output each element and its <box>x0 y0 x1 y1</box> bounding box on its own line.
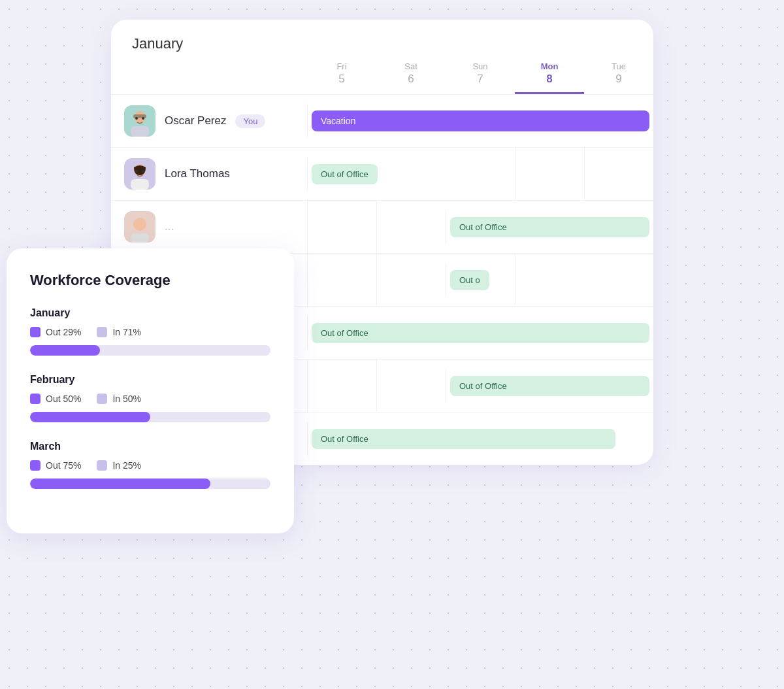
svg-point-11 <box>142 170 144 173</box>
day-num-fri: 5 <box>307 73 376 86</box>
person4-out-event-cell[interactable]: Out o <box>446 263 515 297</box>
day-num-mon: 8 <box>515 73 584 86</box>
last-out-event-cell[interactable]: Out of Office <box>307 422 653 456</box>
browns-out-event-bar: Out of Office <box>450 376 649 396</box>
coverage-title: Workforce Coverage <box>30 272 270 289</box>
progress-bg-february <box>30 412 270 422</box>
out-label-march: Out 75% <box>46 460 81 471</box>
dot-in-february <box>97 394 107 404</box>
browns-out-event-cell[interactable]: Out of Office <box>446 369 653 403</box>
person4-empty-cell-1 <box>307 254 376 306</box>
lora-out-event-bar: Out of Office <box>312 164 378 184</box>
browns-empty-cell-1 <box>307 360 376 412</box>
day-col-sun: Sun 7 <box>446 52 515 94</box>
stat-in-february: In 50% <box>97 394 141 404</box>
stat-in-january: In 71% <box>97 327 141 337</box>
person4-out-label: Out o <box>459 275 480 285</box>
svg-point-13 <box>133 218 146 231</box>
calendar-row-person3: ... Out of Office <box>111 201 653 254</box>
stat-out-january: Out 29% <box>30 327 81 337</box>
vacation-label: Vacation <box>321 116 355 126</box>
person-name-person3: ... <box>165 220 174 233</box>
person4-out-event-bar: Out o <box>450 270 489 290</box>
person3-out-label: Out of Office <box>459 222 507 232</box>
lora-empty-cell-4 <box>515 148 584 200</box>
day-num-tue: 9 <box>584 73 653 86</box>
in-label-january: In 71% <box>112 327 141 337</box>
month-section-march: March Out 75% In 25% <box>30 441 270 489</box>
lora-empty-cell-5 <box>584 148 653 200</box>
month-label-january: January <box>30 307 270 319</box>
stats-row-february: Out 50% In 50% <box>30 394 270 404</box>
person4-empty-cell-2 <box>376 254 446 306</box>
month-label-calendar: January <box>132 35 183 52</box>
vacation-event-bar[interactable]: Vacation <box>312 110 649 131</box>
header-empty-col <box>111 52 307 94</box>
day-col-mon[interactable]: Mon 8 <box>515 52 584 94</box>
progress-fill-february <box>30 412 150 422</box>
person-cell-oscar: Oscar Perez You <box>111 95 307 147</box>
dot-out-january <box>30 327 41 337</box>
person-cell-person3: ... <box>111 201 307 253</box>
you-badge: You <box>235 114 265 128</box>
svg-rect-2 <box>131 126 149 137</box>
person-name-lora: Lora Thomas <box>165 167 230 180</box>
dot-in-march <box>97 460 107 471</box>
day-name-fri: Fri <box>307 61 376 71</box>
avatar-oscar <box>124 105 155 137</box>
month-label-february: February <box>30 374 270 386</box>
browns-empty-cell-2 <box>376 360 446 412</box>
stat-out-march: Out 75% <box>30 460 81 471</box>
day-name-sat: Sat <box>376 61 446 71</box>
stat-in-march: In 25% <box>97 460 141 471</box>
lora-out-event-cell[interactable]: Out of Office <box>307 158 515 191</box>
day-name-mon: Mon <box>515 61 584 71</box>
calendar-month-title: January <box>111 20 653 52</box>
last-out-event-bar: Out of Office <box>312 429 615 449</box>
svg-rect-9 <box>131 179 149 190</box>
day-name-sun: Sun <box>446 61 515 71</box>
person3-out-event-cell[interactable]: Out of Office <box>446 210 653 244</box>
dot-in-january <box>97 327 107 337</box>
lora-out-label: Out of Office <box>321 169 368 179</box>
month-section-february: February Out 50% In 50% <box>30 374 270 422</box>
browns-out-label: Out of Office <box>459 381 507 391</box>
stats-row-january: Out 29% In 71% <box>30 327 270 337</box>
stat-out-february: Out 50% <box>30 394 81 404</box>
day-col-sat: Sat 6 <box>376 52 446 94</box>
month-section-january: January Out 29% In 71% <box>30 307 270 356</box>
person5-out-label: Out of Office <box>321 328 368 338</box>
progress-fill-january <box>30 345 100 356</box>
in-label-march: In 25% <box>112 460 141 471</box>
progress-bg-march <box>30 479 270 489</box>
person5-out-event-bar: Out of Office <box>312 323 649 343</box>
svg-point-5 <box>135 117 138 120</box>
calendar-row-lora: Lora Thomas Out of Office <box>111 148 653 201</box>
progress-fill-march <box>30 479 210 489</box>
stats-row-march: Out 75% In 25% <box>30 460 270 471</box>
calendar-row-oscar: Oscar Perez You Vacation <box>111 95 653 148</box>
day-num-sun: 7 <box>446 73 515 86</box>
day-num-sat: 6 <box>376 73 446 86</box>
day-name-tue: Tue <box>584 61 653 71</box>
person3-empty-cell-1 <box>307 201 376 253</box>
calendar-days-header: Fri 5 Sat 6 Sun 7 Mon 8 Tue 9 <box>111 52 653 95</box>
day-col-fri: Fri 5 <box>307 52 376 94</box>
person-name-oscar: Oscar Perez <box>165 114 226 127</box>
last-out-label: Out of Office <box>321 434 368 444</box>
avatar-lora <box>124 158 155 190</box>
vacation-event-cell[interactable]: Vacation <box>307 104 653 138</box>
dot-out-march <box>30 460 41 471</box>
svg-point-10 <box>135 170 138 173</box>
coverage-card: Workforce Coverage January Out 29% In 71… <box>7 248 294 533</box>
person3-empty-cell-2 <box>376 201 446 253</box>
avatar-person3 <box>124 211 155 243</box>
svg-rect-4 <box>133 114 146 118</box>
svg-rect-14 <box>131 233 149 243</box>
progress-bg-january <box>30 345 270 356</box>
person5-out-event-cell[interactable]: Out of Office <box>307 316 653 350</box>
day-col-tue: Tue 9 <box>584 52 653 94</box>
dot-out-february <box>30 394 41 404</box>
person-cell-lora: Lora Thomas <box>111 148 307 200</box>
svg-point-6 <box>142 117 144 120</box>
